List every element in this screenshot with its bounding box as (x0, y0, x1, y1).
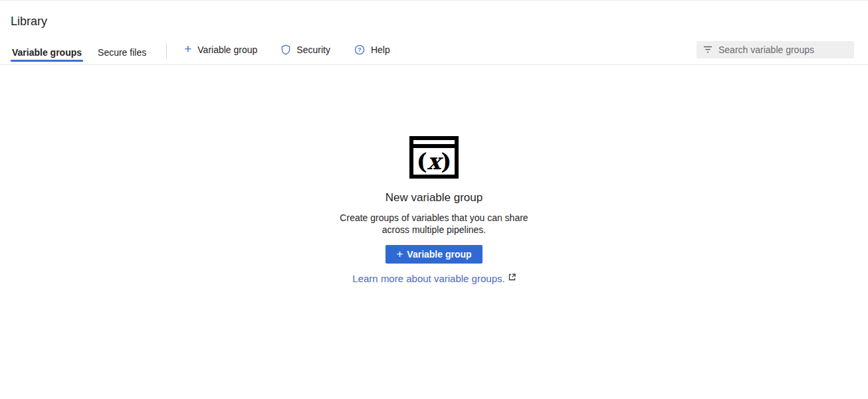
variable-group-button-label: Variable group (407, 249, 471, 260)
search-box[interactable] (697, 41, 854, 58)
variable-group-button[interactable]: + Variable group (385, 245, 482, 264)
help-command[interactable]: ? Help (342, 40, 402, 59)
tab-list: Variable groups Secure files (11, 40, 161, 64)
search-input[interactable] (718, 44, 849, 55)
learn-more-link[interactable]: Learn more about variable groups. (352, 273, 515, 284)
security-command[interactable]: Security (269, 40, 342, 59)
svg-text:(x): (x) (417, 148, 451, 175)
page-title: Library (11, 13, 857, 29)
new-variable-group-command-label: Variable group (197, 44, 257, 55)
filter-icon (703, 44, 712, 56)
empty-state: (x) New variable group Create groups of … (0, 136, 868, 284)
help-command-label: Help (371, 44, 390, 55)
security-command-label: Security (296, 44, 330, 55)
toolbar-divider (166, 43, 167, 58)
active-tab-underline (11, 60, 83, 62)
main-content: (x) New variable group Create groups of … (0, 136, 868, 284)
plus-icon: + (184, 42, 191, 55)
command-bar: Variable groups Secure files + Variable … (0, 40, 868, 65)
external-link-icon (508, 272, 516, 283)
svg-text:?: ? (358, 46, 362, 53)
new-variable-group-command[interactable]: + Variable group (172, 40, 269, 59)
variable-group-window-icon: (x) (409, 136, 459, 179)
tab-secure-files[interactable]: Secure files (96, 40, 148, 64)
library-page: Library Variable groups Secure files + V… (0, 0, 868, 399)
tab-variable-groups[interactable]: Variable groups (11, 40, 83, 64)
learn-more-link-label: Learn more about variable groups. (352, 273, 504, 284)
shield-icon (281, 44, 290, 55)
tab-secure-files-label: Secure files (98, 47, 146, 58)
empty-state-title: New variable group (385, 191, 483, 204)
plus-icon: + (396, 248, 403, 260)
tab-variable-groups-label: Variable groups (12, 47, 82, 58)
help-circle-icon: ? (354, 44, 365, 55)
page-header: Library (0, 1, 868, 29)
empty-state-description: Create groups of variables that you can … (330, 212, 538, 236)
